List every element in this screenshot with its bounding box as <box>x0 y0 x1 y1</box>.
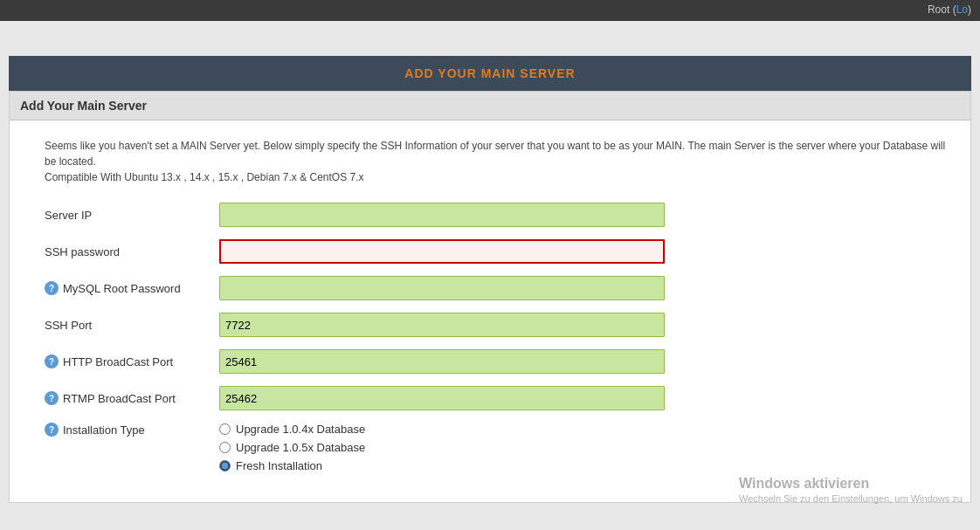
radio-fresh-install-input[interactable] <box>219 460 231 471</box>
server-ip-row: Server IP <box>45 203 953 227</box>
rtmp-broadcast-input[interactable] <box>219 386 665 410</box>
mysql-info-icon[interactable]: ? <box>45 281 59 295</box>
http-broadcast-label: ? HTTP BroadCast Port <box>45 354 219 368</box>
rtmp-broadcast-label: ? RTMP BroadCast Port <box>45 391 219 405</box>
ssh-port-row: SSH Port <box>45 313 953 337</box>
radio-upgrade-104-input[interactable] <box>219 423 231 435</box>
installation-type-radio-group: Upgrade 1.0.4x Database Upgrade 1.0.5x D… <box>219 423 365 472</box>
radio-fresh-install[interactable]: Fresh Installation <box>219 459 365 472</box>
mysql-root-label: ? MySQL Root Password <box>45 281 219 295</box>
ssh-password-row: SSH password <box>45 239 953 264</box>
description: Seems like you haven't set a MAIN Server… <box>45 138 953 185</box>
http-broadcast-input[interactable] <box>219 349 665 374</box>
http-broadcast-info-icon[interactable]: ? <box>45 354 59 368</box>
installation-type-info-icon[interactable]: ? <box>45 423 59 437</box>
rtmp-broadcast-info-icon[interactable]: ? <box>45 391 59 405</box>
ssh-password-input[interactable] <box>219 239 665 264</box>
radio-upgrade-105-input[interactable] <box>219 442 231 453</box>
http-broadcast-row: ? HTTP BroadCast Port <box>45 349 953 374</box>
server-ip-input[interactable] <box>219 203 665 227</box>
mysql-root-input[interactable] <box>219 276 665 300</box>
installation-type-label: ? Installation Type <box>45 423 219 437</box>
card-title: Add Your Main Server <box>10 92 970 120</box>
page-wrapper: ADD YOUR MAIN SERVER Add Your Main Serve… <box>0 21 980 530</box>
radio-upgrade-105[interactable]: Upgrade 1.0.5x Database <box>219 441 365 454</box>
user-label: Root ( <box>928 3 956 16</box>
server-ip-label: Server IP <box>45 209 219 222</box>
card-body: Seems like you haven't set a MAIN Server… <box>10 120 970 502</box>
section-header: ADD YOUR MAIN SERVER <box>9 56 971 91</box>
installation-type-row: ? Installation Type Upgrade 1.0.4x Datab… <box>45 423 953 472</box>
radio-upgrade-104[interactable]: Upgrade 1.0.4x Database <box>219 423 365 436</box>
mysql-root-row: ? MySQL Root Password <box>45 276 953 300</box>
section-header-text: ADD YOUR MAIN SERVER <box>404 66 575 80</box>
top-bar: Root (Lo) <box>0 0 980 21</box>
rtmp-broadcast-row: ? RTMP BroadCast Port <box>45 386 953 410</box>
ssh-password-label: SSH password <box>45 245 219 258</box>
ssh-port-input[interactable] <box>219 313 665 337</box>
ssh-port-label: SSH Port <box>45 319 219 332</box>
logout-link[interactable]: Lo <box>956 3 968 16</box>
main-card: Add Your Main Server Seems like you have… <box>9 91 971 503</box>
